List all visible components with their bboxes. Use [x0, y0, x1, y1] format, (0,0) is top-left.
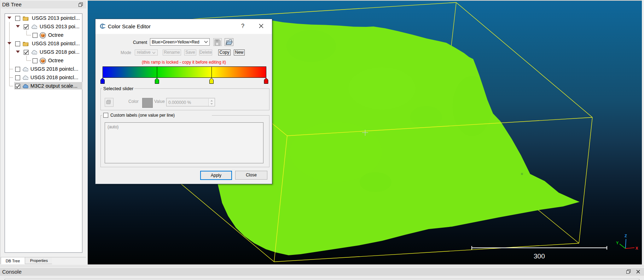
- svg-text:X: X: [636, 246, 638, 250]
- svg-text:Y: Y: [616, 241, 619, 245]
- svg-text:300: 300: [534, 252, 545, 260]
- svg-text:Z: Z: [625, 234, 627, 238]
